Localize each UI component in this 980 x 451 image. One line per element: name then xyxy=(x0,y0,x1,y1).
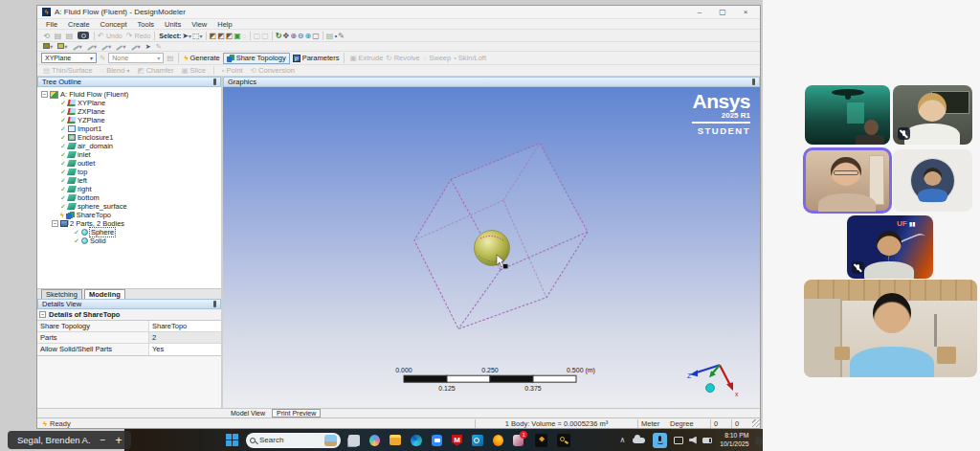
zoom-in-icon[interactable]: ⊕ xyxy=(290,32,297,40)
parameters-button[interactable]: PParameters xyxy=(293,54,340,62)
panel-icon[interactable]: ▤ xyxy=(53,32,63,40)
extrude-button[interactable]: ▣Extrude xyxy=(349,54,383,62)
close-button[interactable]: × xyxy=(736,8,755,16)
microphone-tray-icon[interactable] xyxy=(653,433,667,448)
tree-item[interactable]: ✓right xyxy=(41,185,221,193)
tab-model-view[interactable]: Model View xyxy=(227,410,269,417)
outlook-icon[interactable] xyxy=(472,435,482,446)
clock[interactable]: 8:10 PM 10/1/2025 xyxy=(720,432,748,448)
generate-button[interactable]: ϟGenerate xyxy=(184,54,219,62)
onedrive-icon[interactable] xyxy=(633,438,644,443)
direction-arrow-icon[interactable]: ➤ xyxy=(145,43,151,51)
flag-icon[interactable]: ✎ xyxy=(156,43,162,51)
tab-modeling[interactable]: Modeling xyxy=(84,289,125,299)
menu-concept[interactable]: Concept xyxy=(100,20,127,29)
maximize-button[interactable]: ▢ xyxy=(713,8,732,16)
filter-edge-icon[interactable]: ◩ xyxy=(217,32,225,40)
tree-item[interactable]: ✓ZXPlane xyxy=(41,107,221,116)
minimize-button[interactable]: – xyxy=(690,8,709,16)
slice-button[interactable]: ▣ Slice xyxy=(181,66,205,75)
select-mode-cursor-icon[interactable]: ➤▾ xyxy=(182,32,191,40)
tree-item[interactable]: ✓bottom xyxy=(41,193,221,202)
pin-icon[interactable] xyxy=(213,79,216,85)
resize-grip[interactable] xyxy=(752,419,760,427)
tree-item[interactable]: ✓YZPlane xyxy=(41,116,221,124)
box-zoom-icon[interactable]: ▢ xyxy=(312,32,320,40)
tray-chevron-up-icon[interactable]: ∧ xyxy=(620,436,626,444)
menu-help[interactable]: Help xyxy=(217,20,232,29)
tree-item-parts[interactable]: − 2 Parts, 2 Bodies xyxy=(41,219,221,228)
undo-button[interactable]: ↶ Undo xyxy=(98,32,122,40)
box-select-icon[interactable]: ⬚▾ xyxy=(192,32,203,40)
stream-zoom-in-button[interactable]: + xyxy=(115,434,122,447)
mcafee-icon[interactable]: M xyxy=(452,435,462,446)
plane-display-icon[interactable]: ▤ xyxy=(326,32,334,40)
start-button[interactable] xyxy=(226,434,238,446)
point-style-icon[interactable]: ▾ xyxy=(73,43,82,51)
participant-video-1[interactable] xyxy=(805,85,890,145)
aljazeera-icon[interactable] xyxy=(535,434,547,447)
conversion-button[interactable]: ⟲ Conversion xyxy=(251,66,295,75)
details-view-header[interactable]: Details View xyxy=(37,299,221,309)
tree-item-solid[interactable]: ✓Solid xyxy=(41,237,221,245)
redo-button[interactable]: ↷ Redo xyxy=(126,32,151,40)
collapse-icon[interactable]: − xyxy=(39,311,46,318)
battery-icon[interactable] xyxy=(702,438,712,443)
search-input[interactable]: Search xyxy=(246,433,341,448)
edge-color-swatch[interactable]: ▾ xyxy=(57,43,67,51)
details-value[interactable]: Yes xyxy=(149,344,221,355)
firefox-icon[interactable] xyxy=(493,435,503,446)
file-explorer-icon[interactable] xyxy=(390,435,401,445)
refresh-icon[interactable]: ⟲ xyxy=(41,32,52,40)
expander-icon[interactable]: − xyxy=(52,220,58,227)
graphics-header[interactable]: Graphics xyxy=(223,77,760,87)
filter-body-icon[interactable]: ▣ xyxy=(234,32,241,40)
notification-bell-icon[interactable] xyxy=(755,437,763,444)
tree-item[interactable]: ✓air_domain xyxy=(41,142,221,150)
thin-surface-button[interactable]: ▤ Thin/Surface xyxy=(43,66,93,75)
rotate-icon[interactable]: ↻ xyxy=(276,32,282,40)
tree-item[interactable]: ✓sphere_surface xyxy=(41,202,221,211)
share-topology-button[interactable]: Share Topology xyxy=(223,53,290,64)
sketch-combobox[interactable]: None▾ xyxy=(108,53,164,63)
menu-create[interactable]: Create xyxy=(68,20,90,29)
tree-item-root[interactable]: − A: Fluid Flow (Fluent) xyxy=(41,90,221,99)
copilot-icon[interactable] xyxy=(369,435,380,446)
participant-video-6[interactable] xyxy=(804,280,977,377)
tab-print-preview[interactable]: Print Preview xyxy=(272,409,321,417)
apply-plane-icon[interactable]: ▤ xyxy=(167,54,173,62)
isometric-icon[interactable]: ▢ xyxy=(254,32,261,40)
tree-item[interactable]: ✓outlet xyxy=(41,159,221,168)
details-group-header[interactable]: − Details of ShareTopo xyxy=(37,309,221,321)
revolve-button[interactable]: ↻Revolve xyxy=(386,54,419,62)
tree-item-sharetopo[interactable]: ϟShareTopo xyxy=(41,211,221,219)
point-button[interactable]: • Point xyxy=(222,66,243,75)
notification-badged-app-icon[interactable]: 1 xyxy=(513,435,523,446)
sweep-button[interactable]: ◌Sweep xyxy=(423,54,451,62)
participant-video-4-camera-off[interactable] xyxy=(893,149,972,212)
filter-vertex-icon[interactable]: ◩ xyxy=(210,32,217,40)
tree-item[interactable]: ✓Enclosure1 xyxy=(41,133,221,142)
tree-outline-header[interactable]: Tree Outline xyxy=(37,77,221,87)
volume-icon[interactable] xyxy=(689,437,697,444)
vertex-style-icon[interactable]: ▾ xyxy=(116,43,125,51)
tree-item[interactable]: ✓XYPlane xyxy=(41,99,221,107)
tree-item[interactable]: ✓left xyxy=(41,176,221,185)
lookat-icon[interactable]: ▢ xyxy=(261,32,269,40)
menu-tools[interactable]: Tools xyxy=(138,20,155,29)
tree-item-sphere[interactable]: ✓Sphere xyxy=(41,228,221,237)
task-view-icon[interactable] xyxy=(348,435,359,446)
filter-extend-icon[interactable]: ◌ xyxy=(242,32,247,40)
screenshot-camera-icon[interactable] xyxy=(78,32,89,39)
zoom-fit-icon[interactable]: ⊕ xyxy=(305,32,312,40)
plane-combobox[interactable]: XYPlane▾ xyxy=(41,53,97,63)
chamfer-button[interactable]: ◩ Chamfer xyxy=(137,66,173,75)
pin-icon[interactable] xyxy=(752,79,755,85)
pin-icon[interactable] xyxy=(213,301,216,307)
menu-units[interactable]: Units xyxy=(165,20,181,29)
viewport-3d[interactable]: 0.000 0.250 0.500 (m) 0.125 0.375 xyxy=(223,87,760,408)
panel2-icon[interactable]: ▤ xyxy=(64,32,75,40)
details-value[interactable]: ShareTopo xyxy=(149,321,221,331)
face-color-swatch[interactable]: ▾ xyxy=(43,43,53,51)
line-style-icon[interactable]: ▾ xyxy=(87,43,97,51)
